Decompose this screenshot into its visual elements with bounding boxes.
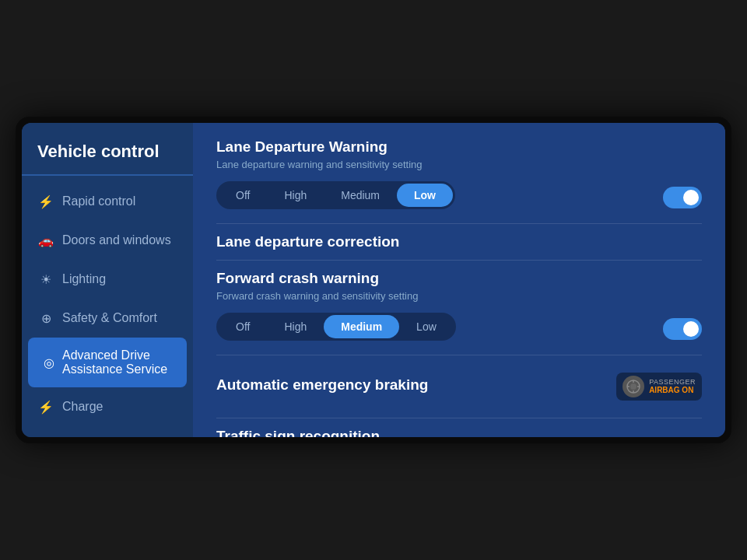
emergency-braking-title: Automatic emergency braking (216, 376, 428, 394)
divider-3 (216, 355, 702, 355)
lane-departure-high[interactable]: High (267, 184, 324, 207)
advanced-drive-icon: ◎ (44, 354, 54, 371)
emergency-braking-row: Automatic emergency braking PA (216, 365, 702, 408)
lane-correction-section: Lane departure correction (216, 233, 702, 250)
sidebar-item-charge-label: Charge (62, 400, 103, 414)
forward-crash-medium[interactable]: Medium (324, 315, 399, 338)
lane-departure-low[interactable]: Low (397, 184, 453, 207)
main-content: Lane Departure Warning Lane departure wa… (193, 123, 725, 437)
sidebar-item-rapid-label: Rapid control (62, 194, 135, 208)
lane-departure-title: Lane Departure Warning (216, 138, 702, 156)
sidebar-item-advanced-label: Advanced Drive Assistance Service (62, 348, 171, 376)
sidebar-title: Vehicle control (22, 135, 193, 176)
forward-crash-high[interactable]: High (267, 315, 324, 338)
airbag-status: AIRBAG ON (649, 386, 696, 395)
divider-2 (216, 260, 702, 261)
divider-1 (216, 223, 702, 224)
lane-departure-subtitle: Lane departure warning and sensitivity s… (216, 159, 702, 170)
screen-bezel: Vehicle control ⚡ Rapid control 🚗 Doors … (16, 117, 731, 443)
sidebar-item-charge[interactable]: ⚡ Charge (22, 387, 193, 426)
lane-departure-toggle[interactable] (663, 187, 702, 208)
forward-crash-off[interactable]: Off (219, 315, 267, 338)
forward-crash-section: Forward crash warning Forward crash warn… (216, 270, 702, 345)
screen-inner: Vehicle control ⚡ Rapid control 🚗 Doors … (22, 123, 725, 437)
charge-icon: ⚡ (37, 398, 54, 415)
forward-crash-low[interactable]: Low (399, 315, 454, 338)
forward-crash-toggle[interactable] (663, 318, 702, 340)
airbag-icon (622, 376, 644, 397)
forward-crash-subtitle: Forward crash warning and sensitivity se… (216, 290, 702, 302)
sidebar-item-lighting[interactable]: ☀ Lighting (22, 260, 193, 299)
lane-departure-off[interactable]: Off (219, 184, 267, 207)
lighting-icon: ☀ (37, 271, 54, 288)
lane-departure-section: Lane Departure Warning Lane departure wa… (216, 138, 702, 214)
rapid-control-icon: ⚡ (37, 193, 54, 210)
sidebar-item-doors-windows[interactable]: 🚗 Doors and windows (22, 221, 193, 260)
sidebar-item-rapid-control[interactable]: ⚡ Rapid control (22, 182, 193, 221)
lane-departure-segmented: Off High Medium Low (216, 181, 455, 209)
airbag-text: PASSENGER AIRBAG ON (649, 378, 696, 396)
safety-icon: ⊕ (37, 310, 54, 327)
sidebar-item-safety-comfort[interactable]: ⊕ Safety & Comfort (22, 299, 193, 338)
sidebar-item-lighting-label: Lighting (62, 272, 106, 286)
sidebar: Vehicle control ⚡ Rapid control 🚗 Doors … (22, 123, 193, 437)
divider-4 (216, 418, 702, 418)
sidebar-item-doors-label: Doors and windows (62, 233, 171, 247)
traffic-sign-section: Traffic sign recognition (216, 428, 702, 437)
doors-icon: 🚗 (37, 232, 54, 249)
sidebar-item-advanced-drive[interactable]: ◎ Advanced Drive Assistance Service (28, 338, 187, 387)
forward-crash-title: Forward crash warning (216, 270, 702, 287)
forward-crash-segmented: Off High Medium Low (216, 313, 456, 341)
lane-departure-medium[interactable]: Medium (324, 184, 397, 207)
lane-correction-title: Lane departure correction (216, 233, 702, 250)
airbag-label: PASSENGER (649, 378, 696, 387)
airbag-badge: PASSENGER AIRBAG ON (616, 373, 702, 401)
sidebar-item-safety-label: Safety & Comfort (62, 311, 157, 325)
svg-point-1 (630, 383, 637, 390)
traffic-sign-title: Traffic sign recognition (216, 428, 702, 437)
